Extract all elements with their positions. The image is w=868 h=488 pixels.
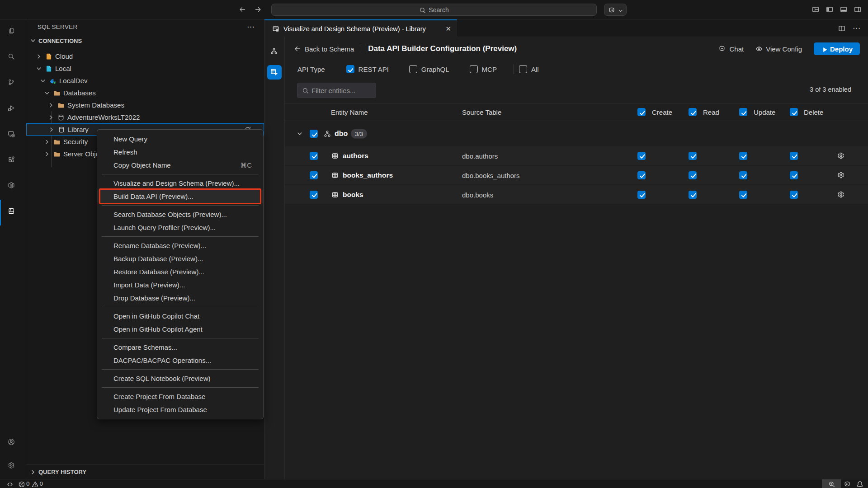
- schema-diagram-view-button[interactable]: [267, 44, 282, 59]
- menu-item-refresh[interactable]: Refresh: [97, 145, 263, 159]
- entity-row-authors[interactable]: authors dbo.authors: [285, 146, 868, 165]
- read-checkbox[interactable]: [689, 152, 697, 160]
- menu-item-update-project-from-database[interactable]: Update Project From Database: [97, 403, 263, 416]
- history-forward-button[interactable]: [255, 6, 262, 14]
- source-control-icon[interactable]: [0, 71, 26, 97]
- deploy-button[interactable]: Deploy: [814, 42, 860, 55]
- customize-layout-button[interactable]: [812, 6, 820, 14]
- tree-item-adventureworks[interactable]: AdventureWorksLT2022: [26, 111, 264, 123]
- create-checkbox[interactable]: [637, 191, 646, 199]
- filter-entities-input[interactable]: Filter entities...: [297, 83, 376, 98]
- query-history-section-header[interactable]: QUERY HISTORY: [26, 465, 264, 479]
- schema-group-row-dbo[interactable]: dbo 3/3: [285, 121, 868, 146]
- menu-item-create-project-from-database[interactable]: Create Project From Database: [97, 390, 263, 403]
- create-all-checkbox[interactable]: [637, 108, 646, 116]
- menu-item-launch-query-profiler[interactable]: Launch Query Profiler (Preview)...: [97, 221, 263, 234]
- menu-item-visualize-design-schema[interactable]: Visualize and Design Schema (Preview)...: [97, 177, 263, 190]
- account-icon[interactable]: [0, 432, 26, 455]
- entity-row-books-authors[interactable]: books_authors dbo.books_authors: [285, 166, 868, 184]
- view-config-button[interactable]: View Config: [755, 45, 802, 53]
- menu-item-import-data[interactable]: Import Data (Preview)...: [97, 278, 263, 291]
- menu-item-compare-schemas[interactable]: Compare Schemas...: [97, 341, 263, 354]
- run-debug-icon[interactable]: [0, 97, 26, 122]
- read-checkbox[interactable]: [689, 191, 697, 199]
- read-all-checkbox[interactable]: [689, 108, 697, 116]
- menu-item-open-copilot-agent[interactable]: Open in GitHub Copilot Agent: [97, 323, 263, 336]
- tree-item-system-databases[interactable]: System Databases: [26, 99, 264, 111]
- menu-item-create-sql-notebook[interactable]: Create SQL Notebook (Preview): [97, 372, 263, 385]
- search-view-icon[interactable]: [0, 45, 26, 71]
- data-api-config-view-button[interactable]: [267, 65, 282, 80]
- menu-item-drop-database[interactable]: Drop Database (Preview)...: [97, 291, 263, 305]
- sidebar-more-actions-button[interactable]: ⋯: [247, 22, 255, 32]
- connections-section-header[interactable]: CONNECTIONS: [26, 34, 264, 47]
- collapse-group-icon[interactable]: [296, 130, 303, 137]
- mcp-checkbox[interactable]: [470, 65, 478, 73]
- update-checkbox[interactable]: [739, 171, 747, 179]
- rest-api-option[interactable]: REST API: [346, 65, 389, 73]
- toggle-panel-button[interactable]: [840, 6, 848, 14]
- tree-item-databases[interactable]: Databases: [26, 87, 264, 99]
- editor-more-actions-button[interactable]: ⋯: [853, 23, 861, 33]
- entity-enabled-checkbox[interactable]: [310, 171, 318, 179]
- create-checkbox[interactable]: [637, 152, 646, 160]
- settings-gear-icon[interactable]: [0, 455, 26, 479]
- rest-api-checkbox[interactable]: [346, 65, 354, 73]
- extensions-icon[interactable]: [0, 148, 26, 174]
- tree-item-cloud[interactable]: Cloud: [26, 50, 264, 62]
- entity-row-books[interactable]: books dbo.books: [285, 185, 868, 204]
- sql-server-extension-icon[interactable]: [0, 200, 26, 225]
- menu-item-backup-database[interactable]: Backup Database (Preview)...: [97, 252, 263, 265]
- menu-divider: [102, 338, 259, 338]
- entity-settings-gear-icon[interactable]: [837, 171, 845, 179]
- chat-button[interactable]: Chat: [718, 45, 744, 53]
- entity-settings-gear-icon[interactable]: [837, 191, 845, 198]
- delete-all-checkbox[interactable]: [790, 108, 798, 116]
- copilot-status-icon[interactable]: [841, 479, 854, 488]
- notifications-bell-icon[interactable]: [854, 479, 865, 488]
- delete-checkbox[interactable]: [790, 171, 798, 179]
- mcp-option[interactable]: MCP: [470, 65, 497, 73]
- problems-indicator[interactable]: 0 0: [15, 479, 46, 488]
- tree-item-localdev[interactable]: LocalDev: [26, 75, 264, 87]
- menu-item-restore-database[interactable]: Restore Database (Preview)...: [97, 265, 263, 278]
- copilot-menu-button[interactable]: [604, 4, 627, 16]
- zoom-indicator[interactable]: [822, 479, 841, 488]
- tab-visualize-design-schema[interactable]: Visualize and Design Schema (Preview) - …: [264, 19, 457, 37]
- menu-item-search-database-objects[interactable]: Search Database Objects (Preview)...: [97, 208, 263, 221]
- tree-item-local[interactable]: Local: [26, 62, 264, 75]
- entity-enabled-checkbox[interactable]: [310, 191, 318, 199]
- update-checkbox[interactable]: [739, 191, 747, 199]
- toggle-secondary-sidebar-button[interactable]: [854, 6, 862, 14]
- history-back-button[interactable]: [239, 6, 246, 14]
- update-checkbox[interactable]: [739, 152, 747, 160]
- tab-close-icon[interactable]: ✕: [445, 25, 451, 33]
- split-editor-icon[interactable]: [838, 25, 845, 32]
- schema-designer-tab-icon: [272, 25, 279, 33]
- all-checkbox[interactable]: [519, 65, 527, 73]
- group-checkbox[interactable]: [310, 130, 318, 138]
- menu-item-build-data-api[interactable]: Build Data API (Preview)...: [97, 190, 263, 203]
- menu-item-open-copilot-chat[interactable]: Open in GitHub Copilot Chat: [97, 310, 263, 323]
- update-all-checkbox[interactable]: [739, 108, 747, 116]
- delete-checkbox[interactable]: [790, 191, 798, 199]
- menu-item-dacpac-bacpac[interactable]: DACPAC/BACPAC Operations...: [97, 354, 263, 367]
- delete-checkbox[interactable]: [790, 152, 798, 160]
- read-checkbox[interactable]: [689, 171, 697, 179]
- menu-item-new-query[interactable]: New Query: [97, 132, 263, 145]
- entity-settings-gear-icon[interactable]: [837, 152, 845, 160]
- graphql-option[interactable]: GraphQL: [409, 65, 449, 73]
- menu-item-rename-database[interactable]: Rename Database (Preview)...: [97, 239, 263, 252]
- menu-item-copy-object-name[interactable]: Copy Object Name ⌘C: [97, 159, 263, 172]
- explorer-icon[interactable]: [0, 19, 26, 45]
- entity-enabled-checkbox[interactable]: [310, 152, 318, 160]
- toggle-primary-sidebar-button[interactable]: [826, 6, 834, 14]
- remote-indicator[interactable]: [4, 479, 15, 488]
- create-checkbox[interactable]: [637, 171, 646, 179]
- all-option[interactable]: All: [519, 65, 539, 73]
- back-to-schema-link[interactable]: Back to Schema: [294, 45, 354, 53]
- remote-explorer-icon[interactable]: [0, 122, 26, 148]
- graphql-checkbox[interactable]: [409, 65, 417, 73]
- search-input[interactable]: Search: [271, 4, 597, 16]
- containers-icon[interactable]: [0, 174, 26, 200]
